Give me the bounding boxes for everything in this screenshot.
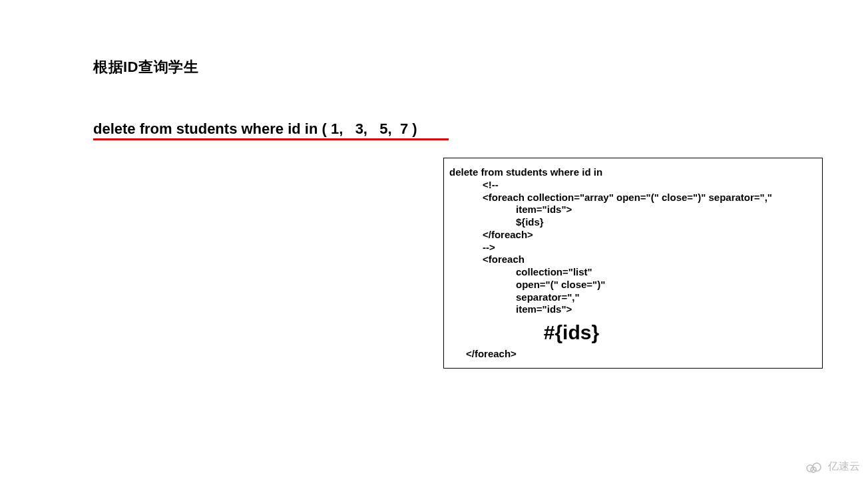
red-underline — [93, 138, 449, 140]
code-line: <foreach collection="array" open="(" clo… — [449, 192, 817, 204]
code-line: separator="," — [449, 291, 817, 304]
watermark: 亿速云 — [804, 460, 860, 474]
code-line: open="(" close=")" — [449, 279, 817, 291]
page-root: 根据ID查询学生 delete from students where id i… — [0, 0, 868, 479]
code-line: <!-- — [449, 179, 817, 192]
code-line: item="ids"> — [449, 303, 817, 316]
code-line: collection="list" — [449, 266, 817, 279]
code-line-emphasis: #{ids} — [449, 316, 817, 348]
code-line: <foreach — [449, 253, 817, 266]
page-heading: 根据ID查询学生 — [93, 57, 198, 77]
code-line: --> — [449, 241, 817, 254]
code-line: ${ids} — [449, 216, 817, 229]
watermark-text: 亿速云 — [828, 460, 860, 474]
code-line: delete from students where id in — [449, 166, 817, 179]
code-box: delete from students where id in <!-- <f… — [443, 158, 823, 369]
code-line: </foreach> — [449, 348, 817, 361]
sql-statement: delete from students where id in ( 1, 3,… — [93, 120, 417, 138]
code-line: </foreach> — [449, 229, 817, 241]
code-line: item="ids"> — [449, 204, 817, 216]
cloud-icon — [804, 460, 824, 474]
